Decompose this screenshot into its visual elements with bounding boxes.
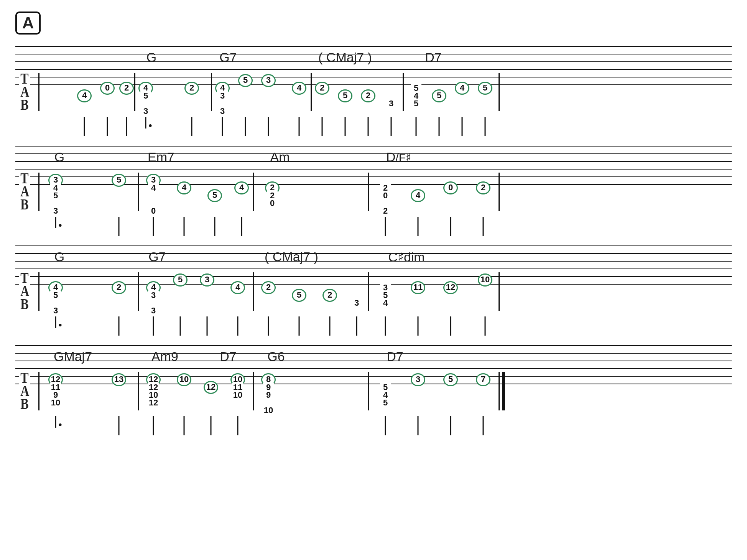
melody-note: 11 — [411, 281, 425, 294]
string-line — [15, 268, 732, 269]
string-line — [15, 368, 732, 369]
chord-symbol: ( CMaj7 ) — [265, 249, 318, 264]
rhythm-stem — [483, 217, 484, 236]
melody-note: 2 — [361, 89, 375, 102]
tab-line: TABGEm7AmD/F♯34535340454220202402 — [15, 146, 732, 207]
barline — [138, 173, 139, 211]
rhythm-stem — [180, 316, 181, 336]
chord-note: 0 — [267, 199, 278, 208]
rhythm-stem — [126, 117, 127, 136]
melody-note: 2 — [476, 181, 490, 194]
barline — [499, 173, 500, 211]
chord-symbol: G — [54, 249, 64, 264]
rhythm-stem — [483, 416, 484, 435]
melody-note: 4 — [411, 189, 425, 202]
chord-symbol: Em7 — [148, 150, 174, 165]
chord-note: 0 — [148, 206, 159, 216]
melody-note: 4 — [455, 82, 469, 95]
string-line — [15, 161, 732, 162]
melody-note: 2 — [315, 82, 329, 95]
rhythm-stem — [184, 217, 185, 236]
chord-symbol: D7 — [425, 50, 441, 65]
melody-note: 5 — [238, 74, 253, 87]
rhythm-stem — [214, 217, 216, 236]
chord-note: 5 — [50, 191, 61, 200]
string-line — [15, 361, 732, 361]
chord-note: 3 — [148, 306, 159, 315]
chord-note: 5 — [140, 91, 151, 100]
chord-note: 3 — [217, 91, 228, 100]
string-line — [15, 345, 732, 346]
rhythm-stem — [237, 316, 239, 336]
chord-note: 5 — [50, 291, 61, 300]
melody-note: 10 — [177, 373, 191, 386]
rhythm-stem — [322, 117, 323, 136]
melody-note: 4 — [177, 181, 191, 194]
string-line — [15, 261, 732, 262]
rhythm-stem — [191, 117, 193, 136]
melody-note: 2 — [112, 281, 126, 294]
rhythm-stem — [118, 416, 120, 435]
rhythm-stem — [416, 117, 417, 136]
melody-note: 5 — [207, 189, 222, 202]
rhythm-stem — [299, 316, 300, 336]
barline — [38, 73, 39, 111]
barline — [134, 73, 135, 111]
barline — [311, 73, 312, 111]
melody-note: 2 — [119, 82, 134, 95]
melody-note: 4 — [77, 89, 92, 102]
melody-note: 5 — [432, 89, 446, 102]
melody-note: 5 — [443, 373, 458, 386]
string-line — [15, 353, 732, 354]
rhythm-stem — [418, 316, 419, 336]
barline — [499, 73, 500, 111]
melody-note: 12 — [204, 381, 218, 394]
chord-note: 3 — [140, 107, 151, 116]
rhythm-stem — [184, 416, 185, 435]
chord-note: 5 — [411, 99, 421, 108]
melody-note: 4 — [292, 82, 306, 95]
barline — [253, 372, 254, 410]
chord-note: 12 — [148, 398, 159, 407]
string-line — [15, 169, 732, 170]
chord-symbol: G6 — [267, 349, 285, 364]
string-line — [15, 77, 732, 77]
melody-note: 2 — [261, 281, 276, 294]
rhythm-stem — [368, 117, 369, 136]
rhythm-stem — [450, 416, 451, 435]
rhythm-dot — [59, 423, 62, 426]
tab-line: TABGG7( CMaj7 )D740245324335342523545545 — [15, 46, 732, 107]
rhythm-dot — [149, 124, 152, 127]
tab-clef: TAB — [19, 72, 30, 111]
barline — [403, 73, 404, 111]
barline — [138, 272, 139, 311]
rhythm-stem — [107, 117, 108, 136]
rhythm-stem — [55, 416, 56, 428]
barline — [499, 272, 500, 311]
chord-note: 10 — [263, 406, 274, 415]
rhythm-stem — [55, 316, 56, 328]
rhythm-stem — [485, 117, 486, 136]
chord-note: 3 — [50, 206, 61, 216]
barline — [499, 372, 500, 410]
rhythm-stem — [462, 117, 463, 136]
chord-symbol: D/F♯ — [386, 150, 411, 165]
string-line — [15, 46, 732, 47]
chord-note: 10 — [50, 398, 61, 407]
rhythm-stem — [485, 316, 486, 336]
rhythm-dot — [59, 324, 62, 326]
barline — [368, 272, 369, 311]
barline — [38, 272, 39, 311]
rhythm-stem — [391, 117, 392, 136]
tab-clef: TAB — [19, 272, 30, 311]
rhythm-stem — [385, 316, 386, 336]
tab-line: TABGG7( CMaj7 )C♯dim45324335342523354111… — [15, 245, 732, 307]
melody-note: 7 — [476, 373, 490, 386]
melody-note: 5 — [173, 273, 188, 287]
barline — [253, 272, 254, 311]
chord-note: 5 — [380, 398, 391, 407]
string-line — [15, 69, 732, 70]
rhythm-stem — [55, 217, 56, 228]
rhythm-stem — [211, 416, 212, 435]
string-line — [15, 245, 732, 246]
